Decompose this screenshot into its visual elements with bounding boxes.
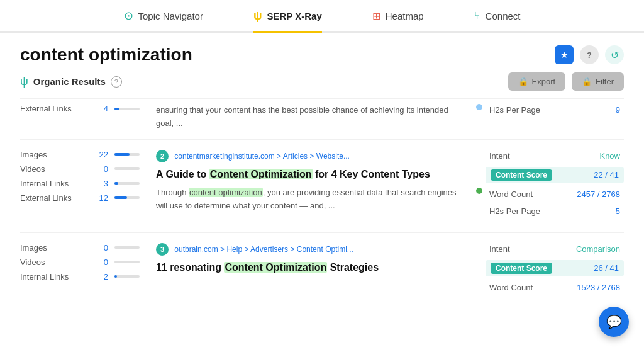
metric-bar [114,167,140,170]
nav-label-heatmap: Heatmap [386,11,424,21]
right-metric-h2s: H2s Per Page 5 [486,205,624,217]
partial-left-metrics: External Links 4 [20,104,146,117]
nav-label-serp-xray: SERP X-Ray [267,11,321,21]
metric-value: 12 [93,193,108,203]
intent-value: Know [599,151,620,161]
right-metric-word-count-2: Word Count 1523 / 2768 [486,281,624,293]
metric-bar [114,246,140,249]
result-snippet-1: Through content optimization, you are pr… [156,186,463,213]
refresh-button[interactable]: ↺ [605,45,624,64]
export-label: Export [532,77,556,86]
result-badge-2: 3 [156,243,169,256]
intent-label-2: Intent [489,244,510,254]
nav-item-connect[interactable]: ⑂ Connect [474,10,521,30]
partial-right-metrics: H2s Per Page 9 [486,104,624,116]
result-url-2[interactable]: 3 outbrain.com > Help > Advertisers > Co… [156,243,463,256]
section-title-text: Organic Results [33,76,106,87]
nav-item-heatmap[interactable]: ⊞ Heatmap [372,10,424,31]
metric-label: Images [20,150,89,159]
main-nav: ⊙ Topic Navigator ψ SERP X-Ray ⊞ Heatmap… [0,0,644,33]
metric-label: Videos [20,258,89,267]
dot-connector-1 [473,150,486,194]
nav-item-serp-xray[interactable]: ψ SERP X-Ray [253,9,322,33]
metric-value: 2 [93,272,108,281]
center-content-1: 2 contentmarketinginstitute.com > Articl… [146,150,473,213]
nav-label-topic-navigator: Topic Navigator [138,11,203,21]
metric-label: Internal Links [20,179,89,188]
partial-result-row: External Links 4 ensuring that your cont… [20,98,624,139]
filter-lock-icon: 🔒 [582,77,592,86]
content-score-badge-2: Content Score [491,263,552,274]
partial-center: ensuring that your content has the best … [146,104,473,130]
metric-bar [114,275,140,278]
right-metrics-1: Intent Know Content Score 22 / 41 Word C… [486,150,624,222]
h2s-label: H2s Per Page [489,207,540,216]
metric-bar [114,196,140,199]
nav-label-connect: Connect [486,11,521,21]
section-header: ψ Organic Results ? 🔒 Export 🔒 Filter [0,70,644,98]
metric-value: 0 [93,258,108,267]
right-metrics-2: Intent Comparison Content Score 26 / 41 … [486,243,624,298]
title-highlight-2: Content Optimization [224,262,327,273]
result-title-2: 11 resonating Content Optimization Strat… [156,261,463,275]
nav-item-topic-navigator[interactable]: ⊙ Topic Navigator [124,9,203,31]
left-metrics-1: Images 22 Videos 0 Internal Links 3 Exte… [20,150,146,208]
result-row-2: Images 0 Videos 0 Internal Links 2 3 out… [20,232,624,309]
right-metric-intent-2: Intent Comparison [486,243,624,255]
fork-icon: ψ [253,9,262,23]
result-badge-1: 2 [156,150,169,162]
branch-icon: ⑂ [474,10,480,21]
metric-value: 4 [93,104,108,113]
metric-value: 22 [93,150,108,159]
h2s-value: 5 [616,207,620,216]
results-area: External Links 4 ensuring that your cont… [0,98,644,309]
right-metric-intent: Intent Know [486,150,624,162]
partial-snippet: ensuring that your content has the best … [156,104,463,130]
metric-videos-2: Videos 0 [20,258,146,267]
metric-bar [114,261,140,263]
intent-value-2: Comparison [576,244,620,254]
grid-icon: ⊞ [372,10,380,22]
content-score-value: 22 / 41 [594,170,619,179]
export-button[interactable]: 🔒 Export [508,72,566,91]
metric-videos: Videos 0 [20,164,146,174]
right-metric-content-score-2: Content Score 26 / 41 [486,260,624,276]
metric-label: External Links [20,104,89,113]
right-metric-value: 9 [616,105,620,115]
header-actions: ★ ? ↺ [555,45,624,64]
word-count-value-2: 1523 / 2768 [577,283,620,292]
star-button[interactable]: ★ [555,45,574,64]
target-icon: ⊙ [124,9,133,23]
word-count-label: Word Count [489,190,533,199]
result-row-1: Images 22 Videos 0 Internal Links 3 Exte… [20,139,624,232]
intent-label: Intent [489,151,510,161]
section-title: ψ Organic Results ? [20,75,122,88]
right-metric-label: H2s Per Page [489,105,540,115]
right-metric-item: H2s Per Page 9 [486,104,624,116]
metric-bar [114,182,140,185]
center-content-2: 3 outbrain.com > Help > Advertisers > Co… [146,243,473,280]
metric-item: External Links 4 [20,104,146,113]
metric-value: 0 [93,164,108,174]
title-highlight: Content Optimization [209,169,313,179]
result-title-1: A Guide to Content Optimization for 4 Ke… [156,167,463,181]
filter-button[interactable]: 🔒 Filter [572,72,624,91]
section-actions: 🔒 Export 🔒 Filter [508,72,624,91]
filter-label: Filter [596,77,614,86]
metric-external-links: External Links 12 [20,193,146,203]
result-url-1[interactable]: 2 contentmarketinginstitute.com > Articl… [156,150,463,162]
content-score-badge: Content Score [491,169,552,181]
lock-icon: 🔒 [518,77,528,86]
metric-bar [114,108,140,110]
organic-icon: ψ [20,75,28,88]
metric-label: Images [20,243,89,253]
metric-images: Images 22 [20,150,146,159]
metric-label: External Links [20,193,89,203]
help-button[interactable]: ? [580,45,599,64]
partial-dot [473,104,486,110]
snippet-highlight: content optimization [189,188,263,197]
section-help-icon[interactable]: ? [111,76,122,88]
metric-images-2: Images 0 [20,243,146,253]
page-title: content optimization [20,45,192,65]
metric-internal-links: Internal Links 3 [20,179,146,188]
